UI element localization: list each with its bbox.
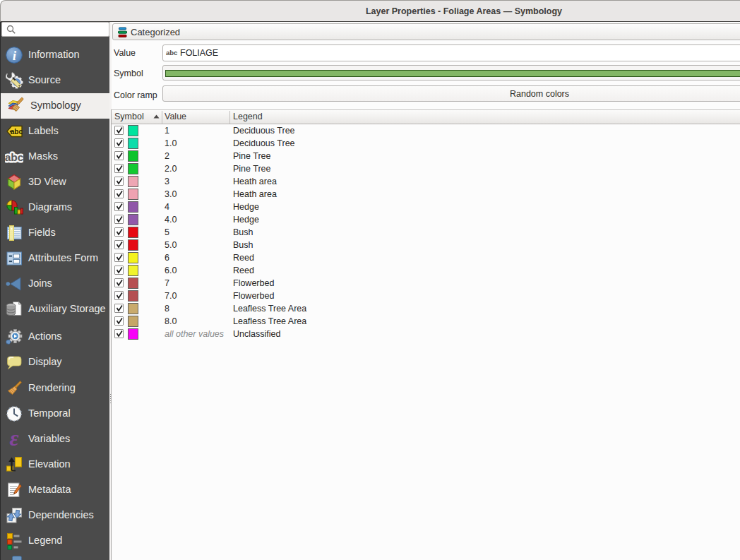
svg-text:ε: ε <box>9 430 18 448</box>
svg-text:abc: abc <box>5 151 23 163</box>
svg-text:abc: abc <box>11 128 23 136</box>
svg-text:i: i <box>13 48 17 63</box>
